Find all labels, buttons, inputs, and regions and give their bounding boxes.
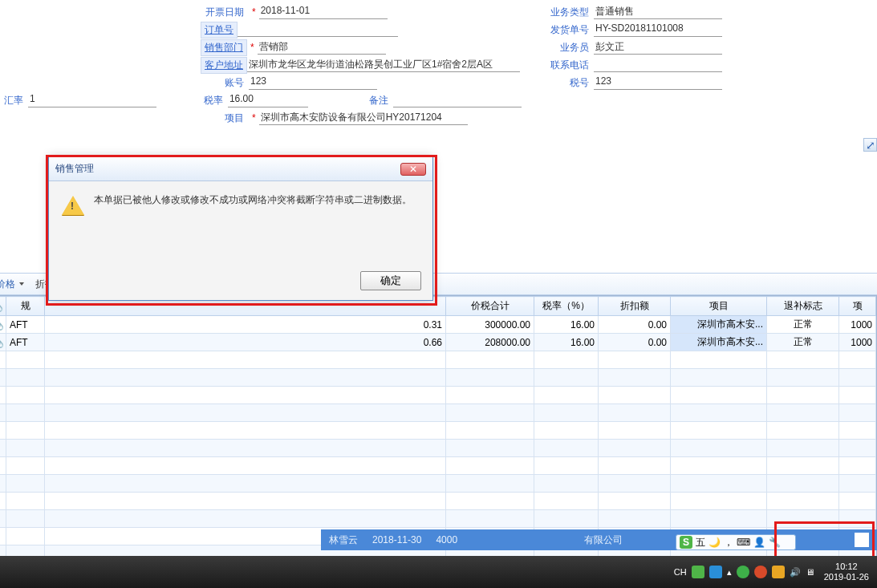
tax-rate-value[interactable]: 16.00 xyxy=(228,93,308,107)
biz-type-label: 业务类型 xyxy=(546,6,594,19)
ime-toolbar[interactable]: S 五 🌙 ， ⌨ 👤 🔧 xyxy=(676,534,796,550)
delivery-no-value[interactable]: HY-SD20181101008 xyxy=(594,22,722,37)
col-tax-rate[interactable]: 税率（%） xyxy=(534,297,599,316)
remark-label: 备注 xyxy=(308,94,393,107)
project-value[interactable]: 深圳市高木安防设备有限公司HY20171204 xyxy=(259,111,468,125)
col-refund[interactable]: 退补标志 xyxy=(767,297,839,316)
tray-sogou-icon[interactable] xyxy=(692,566,704,578)
error-dialog: 销售管理 ✕ 本单据已被他人修改或修改不成功或网络冲突将截断字符串或二进制数据。… xyxy=(48,156,433,301)
ime-s-icon[interactable]: S xyxy=(680,536,692,549)
rate-label: 汇率 xyxy=(0,94,28,107)
taskbar[interactable]: CH ▴ 🔊 🖥 10:12 2019-01-26 xyxy=(0,556,877,588)
taxno-row: 税号 123 xyxy=(546,74,818,91)
salesperson-row: 业务员 彭文正 xyxy=(546,39,818,56)
clock-time: 10:12 xyxy=(824,562,869,572)
clock-date: 2019-01-26 xyxy=(824,572,869,582)
sales-dept-label[interactable]: 销售部门 xyxy=(201,39,247,56)
tray-expand-icon[interactable]: ▴ xyxy=(727,567,732,578)
invoice-date-value[interactable]: 2018-11-01 xyxy=(259,5,388,19)
col-project[interactable]: 项目 xyxy=(671,297,767,316)
tray-icon-yellow[interactable] xyxy=(772,566,785,578)
order-no-row: 订单号 xyxy=(201,21,522,39)
tray-icon-1[interactable] xyxy=(709,566,722,578)
ok-button[interactable]: 确定 xyxy=(360,271,421,290)
cust-addr-row: 客户地址 深圳市龙华区龙华街道油松路昊创工业厂区1#宿舍2层A区 xyxy=(201,56,522,74)
ime-moon-icon[interactable]: 🌙 xyxy=(709,537,721,548)
dialog-message: 本单据已被他人修改或修改不成功或网络冲突将截断字符串或二进制数据。 xyxy=(94,193,412,215)
delivery-no-row: 发货单号 HY-SD20181101008 xyxy=(546,21,818,39)
cust-addr-label[interactable]: 客户地址 xyxy=(201,57,247,74)
col-spec[interactable]: 规 xyxy=(6,297,45,316)
col-total-tax[interactable]: 价税合计 xyxy=(446,297,534,316)
tax-rate-row: 税率 16.00 备注 xyxy=(201,91,522,109)
biz-type-value[interactable]: 普通销售 xyxy=(594,5,722,19)
contact-value[interactable] xyxy=(594,58,722,72)
taxno-value[interactable]: 123 xyxy=(594,75,722,90)
account-row: 账号 123 xyxy=(201,74,522,91)
invoice-date-row: 开票日期 * 2018-11-01 xyxy=(201,3,522,21)
clip-header: 📎 xyxy=(0,297,6,316)
status-user: 林雪云 xyxy=(329,533,358,547)
ime-user-icon[interactable]: 👤 xyxy=(753,537,765,548)
dialog-titlebar[interactable]: 销售管理 ✕ xyxy=(49,157,432,181)
rate-row: 汇率 1 xyxy=(0,91,177,109)
taxno-label: 税号 xyxy=(546,76,594,90)
form-area: 备有限公司 汇率 1 开票日期 * 2018-11-01 订单号 销售部门 * … xyxy=(0,0,877,136)
taskbar-clock[interactable]: 10:12 2019-01-26 xyxy=(824,562,869,582)
order-no-value[interactable] xyxy=(238,22,398,37)
ime-keyboard-icon[interactable]: ⌨ xyxy=(737,537,750,548)
contact-row: 联系电话 xyxy=(546,56,818,74)
sales-dept-row: 销售部门 * 营销部 xyxy=(201,39,522,56)
salesperson-label: 业务员 xyxy=(546,41,594,55)
tray-volume-icon[interactable]: 🔊 xyxy=(790,567,801,578)
table-row[interactable]: ....📎 AFT 0.31 300000.00 16.00 0.00 深圳市高… xyxy=(0,316,876,334)
cust-addr-value[interactable]: 深圳市龙华区龙华街道油松路昊创工业厂区1#宿舍2层A区 xyxy=(247,58,520,72)
tray-network-icon[interactable]: 🖥 xyxy=(806,567,814,577)
lang-indicator[interactable]: CH xyxy=(674,567,687,577)
status-phone: 4000 xyxy=(436,534,457,545)
tax-rate-label: 税率 xyxy=(201,94,228,107)
warning-icon xyxy=(62,196,84,215)
ime-comma-icon[interactable]: ， xyxy=(724,536,733,549)
system-tray[interactable]: CH ▴ 🔊 🖥 xyxy=(674,566,814,578)
dialog-title: 销售管理 xyxy=(55,162,94,176)
project-row: 项目 * 深圳市高木安防设备有限公司HY20171204 xyxy=(201,109,522,127)
account-label: 账号 xyxy=(201,76,249,90)
account-value[interactable]: 123 xyxy=(249,75,377,90)
contact-label: 联系电话 xyxy=(546,59,594,72)
company-fragment: 备有限公司 xyxy=(0,39,177,56)
salesperson-value[interactable]: 彭文正 xyxy=(594,40,722,55)
remark-value[interactable] xyxy=(393,93,522,107)
required-mark: * xyxy=(249,6,259,18)
qr-icon[interactable] xyxy=(855,533,869,547)
rate-value[interactable]: 1 xyxy=(28,93,156,107)
grid-expand-button[interactable]: ⤢ xyxy=(863,138,877,152)
tool-price[interactable]: 价格 xyxy=(0,278,24,291)
tray-icon-red[interactable] xyxy=(754,566,767,578)
ime-wrench-icon[interactable]: 🔧 xyxy=(769,537,781,548)
status-company: 有限公司 xyxy=(584,533,623,547)
col-last[interactable]: 项 xyxy=(839,297,876,316)
ime-mode[interactable]: 五 xyxy=(696,536,705,549)
col-discount[interactable]: 折扣额 xyxy=(599,297,671,316)
status-date: 2018-11-30 xyxy=(372,534,421,545)
close-icon[interactable]: ✕ xyxy=(400,163,426,176)
tray-wechat-icon[interactable] xyxy=(737,566,749,578)
sales-dept-value[interactable]: 营销部 xyxy=(258,40,386,55)
table-row[interactable]: ....📎 AFT 0.66 208000.00 16.00 0.00 深圳市高… xyxy=(0,334,876,351)
project-label: 项目 xyxy=(201,112,249,125)
biz-type-row: 业务类型 普通销售 xyxy=(546,3,818,21)
order-no-label[interactable]: 订单号 xyxy=(201,22,238,39)
invoice-date-label: 开票日期 xyxy=(201,6,249,19)
delivery-no-label: 发货单号 xyxy=(546,23,594,37)
